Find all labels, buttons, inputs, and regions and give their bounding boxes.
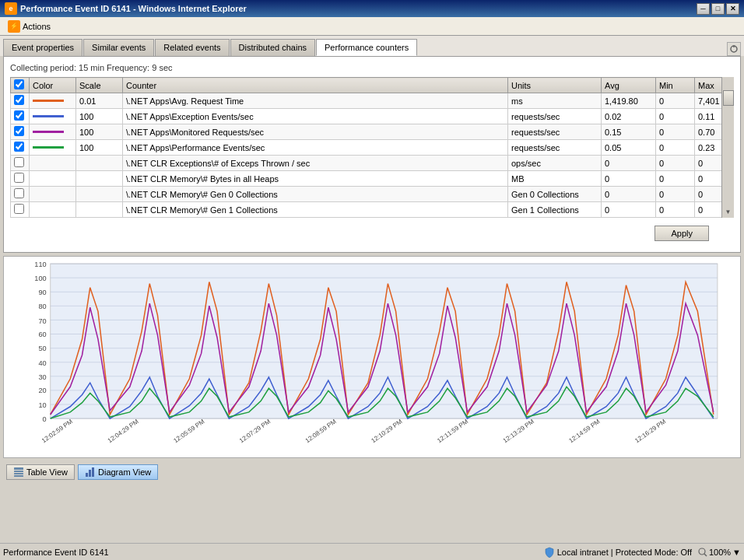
- table-view-button[interactable]: Table View: [6, 464, 75, 480]
- tab-distributed-chains[interactable]: Distributed chains: [230, 39, 315, 56]
- tab-bar: Event properties Similar events Related …: [0, 36, 744, 56]
- minimize-button[interactable]: ─: [697, 3, 710, 15]
- row-checkbox-2[interactable]: [14, 126, 24, 136]
- collecting-period: Collecting period: 15 min Frequency: 9 s…: [10, 63, 734, 72]
- row-checkbox-0[interactable]: [14, 95, 24, 105]
- svg-text:12:11:59 PM: 12:11:59 PM: [436, 418, 469, 444]
- avg-2: 0.15: [602, 124, 656, 140]
- scroll-thumb[interactable]: [723, 90, 734, 106]
- svg-rect-38: [14, 471, 23, 472]
- window-controls: ─ □ ✕: [697, 3, 739, 15]
- counter-6: \.NET CLR Memory\# Gen 0 Collections: [123, 187, 508, 202]
- svg-text:20: 20: [38, 387, 46, 394]
- svg-line-45: [704, 554, 707, 556]
- units-0: ms: [508, 93, 602, 109]
- svg-text:80: 80: [38, 303, 46, 310]
- svg-text:100: 100: [34, 275, 46, 282]
- tabs-container: Event properties Similar events Related …: [3, 39, 727, 56]
- svg-text:12:07:29 PM: 12:07:29 PM: [238, 418, 272, 444]
- zoom-dropdown[interactable]: ▼: [732, 548, 741, 557]
- svg-text:10: 10: [38, 401, 46, 409]
- select-all-checkbox[interactable]: [14, 79, 24, 89]
- svg-rect-39: [14, 473, 23, 474]
- color-swatch-1: [33, 115, 64, 117]
- actions-menu[interactable]: ⚡ Actions: [3, 19, 55, 34]
- counter-4: \.NET CLR Exceptions\# of Exceps Thrown …: [123, 156, 508, 171]
- avg-1: 0.02: [602, 109, 656, 124]
- svg-rect-37: [14, 467, 23, 470]
- tab-similar-events[interactable]: Similar events: [83, 39, 154, 56]
- counter-3: \.NET Apps\Performance Events/sec: [123, 140, 508, 156]
- units-3: requests/sec: [508, 140, 602, 156]
- status-bar: Performance Event ID 6141 Local intranet…: [0, 543, 744, 560]
- row-checkbox-4[interactable]: [14, 157, 24, 167]
- menu-bar: ⚡ Actions: [0, 17, 744, 36]
- status-text: Performance Event ID 6141: [3, 548, 544, 557]
- actions-icon: ⚡: [8, 20, 20, 33]
- scale-2: 100: [76, 124, 123, 140]
- col-avg: Avg: [602, 78, 656, 93]
- table-scrollbar[interactable]: ▼: [721, 77, 734, 218]
- row-checkbox-1[interactable]: [14, 110, 24, 121]
- svg-text:12:13:29 PM: 12:13:29 PM: [502, 418, 535, 444]
- units-1: requests/sec: [508, 109, 602, 124]
- scroll-down-arrow[interactable]: ▼: [722, 205, 734, 218]
- color-swatch-3: [33, 146, 64, 149]
- svg-text:110: 110: [34, 261, 46, 268]
- units-4: ops/sec: [508, 156, 602, 171]
- row-checkbox-3[interactable]: [14, 142, 24, 152]
- table-body: 0.01\.NET Apps\Avg. Request Timems1,419.…: [11, 93, 734, 218]
- avg-0: 1,419.80: [602, 93, 656, 109]
- row-checkbox-6[interactable]: [14, 188, 24, 198]
- restore-button[interactable]: □: [711, 3, 725, 15]
- row-checkbox-5[interactable]: [14, 173, 24, 183]
- avg-4: 0: [602, 156, 656, 171]
- units-2: requests/sec: [508, 124, 602, 140]
- svg-text:50: 50: [38, 345, 46, 352]
- svg-rect-41: [86, 473, 88, 477]
- svg-text:12:04:29 PM: 12:04:29 PM: [107, 418, 140, 444]
- window-title: Performance Event ID 6141 - Windows Inte…: [20, 4, 697, 13]
- diagram-view-label: Diagram View: [98, 467, 151, 477]
- units-7: Gen 1 Collections: [508, 202, 602, 218]
- min-5: 0: [656, 171, 695, 187]
- scale-1: 100: [76, 109, 123, 124]
- svg-rect-40: [14, 475, 23, 477]
- tab-event-properties[interactable]: Event properties: [3, 39, 82, 56]
- zoom-level: 100%: [709, 548, 731, 557]
- table-row: 100\.NET Apps\Exception Events/secreques…: [11, 109, 734, 124]
- counters-table-wrapper: Color Scale Counter Units Avg Min Max 0.…: [10, 77, 734, 218]
- table-row: \.NET CLR Memory\# Bytes in all HeapsMB0…: [11, 171, 734, 187]
- table-row: 100\.NET Apps\Performance Events/secrequ…: [11, 140, 734, 156]
- table-view-label: Table View: [26, 467, 68, 477]
- apply-button[interactable]: Apply: [655, 226, 709, 241]
- table-row: 100\.NET Apps\Monitored Requests/secrequ…: [11, 124, 734, 140]
- col-counter: Counter: [123, 78, 508, 93]
- row-checkbox-7[interactable]: [14, 204, 24, 214]
- avg-5: 0: [602, 171, 656, 187]
- tab-settings-icon[interactable]: [727, 42, 741, 56]
- counter-7: \.NET CLR Memory\# Gen 1 Collections: [123, 202, 508, 218]
- avg-6: 0: [602, 187, 656, 202]
- table-row: \.NET CLR Exceptions\# of Exceps Thrown …: [11, 156, 734, 171]
- table-row: \.NET CLR Memory\# Gen 0 CollectionsGen …: [11, 187, 734, 202]
- svg-point-44: [699, 548, 705, 555]
- main-area: Event properties Similar events Related …: [0, 36, 744, 560]
- tab-related-events[interactable]: Related events: [155, 39, 229, 56]
- performance-chart: 110 100 90 80 70 60 50 40 30 20 10 0 12:…: [7, 260, 737, 454]
- scale-3: 100: [76, 140, 123, 156]
- security-icon: [544, 547, 555, 558]
- tab-performance-counters[interactable]: Performance counters: [316, 39, 417, 56]
- close-button[interactable]: ✕: [726, 3, 739, 15]
- svg-text:70: 70: [38, 317, 46, 325]
- col-units: Units: [508, 78, 602, 93]
- color-swatch-0: [33, 100, 64, 102]
- zoom-icon: [698, 548, 707, 557]
- svg-text:12:16:29 PM: 12:16:29 PM: [633, 418, 667, 444]
- diagram-view-button[interactable]: Diagram View: [78, 464, 158, 480]
- chart-area: 110 100 90 80 70 60 50 40 30 20 10 0 12:…: [3, 256, 741, 458]
- svg-text:12:08:59 PM: 12:08:59 PM: [304, 418, 338, 444]
- svg-text:40: 40: [38, 359, 46, 367]
- min-7: 0: [656, 202, 695, 218]
- col-min: Min: [656, 78, 695, 93]
